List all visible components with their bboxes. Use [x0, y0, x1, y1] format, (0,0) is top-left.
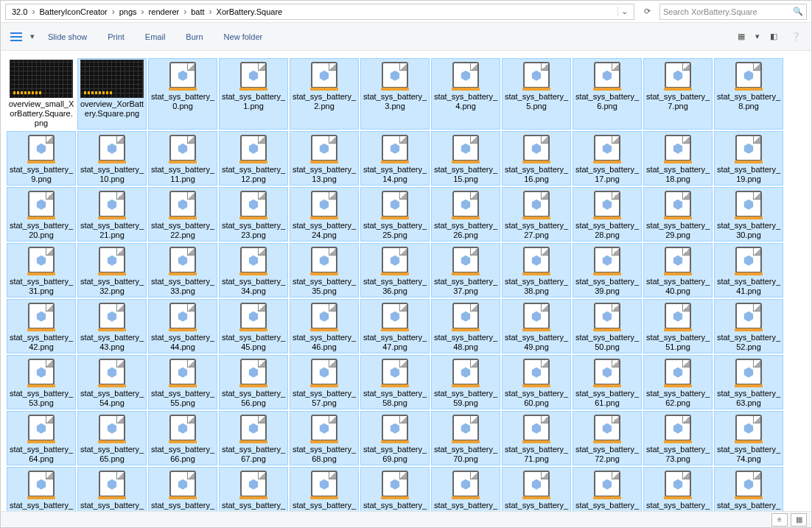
file-item[interactable]: ⬢stat_sys_battery_40.png — [643, 243, 713, 298]
newfolder-button[interactable]: New folder — [217, 29, 270, 44]
breadcrumb[interactable]: 32.0BatteryIconCreatorpngsrendererbattXo… — [5, 4, 634, 20]
breadcrumb-dropdown[interactable]: ⌄ — [617, 7, 631, 16]
file-item[interactable]: ⬢stat_sys_battery_70.png — [431, 411, 500, 465]
burn-button[interactable]: Burn — [178, 29, 210, 44]
email-button[interactable]: Email — [138, 29, 173, 44]
file-item[interactable]: ⬢stat_sys_battery_64.png — [7, 411, 76, 465]
file-item[interactable]: ⬢stat_sys_battery_36.png — [360, 243, 430, 298]
file-item[interactable]: ⬢stat_sys_battery_71.png — [502, 411, 571, 465]
file-item[interactable]: ⬢stat_sys_battery_31.png — [7, 243, 76, 298]
file-item[interactable]: ⬢stat_sys_battery_19.png — [714, 131, 783, 186]
file-item[interactable]: overview_small_XorBattery.Square.png — [7, 58, 76, 130]
file-item[interactable]: ⬢stat_sys_battery_32.png — [77, 243, 147, 298]
file-item[interactable]: ⬢stat_sys_battery_75.png — [7, 467, 76, 511]
file-item[interactable]: ⬢stat_sys_battery_52.png — [714, 299, 783, 353]
file-item[interactable]: ⬢stat_sys_battery_23.png — [219, 187, 288, 242]
file-item[interactable]: ⬢stat_sys_battery_44.png — [148, 299, 217, 353]
file-item[interactable]: ⬢stat_sys_battery_26.png — [431, 187, 500, 242]
file-item[interactable]: ⬢stat_sys_battery_3.png — [360, 58, 430, 130]
file-item[interactable]: ⬢stat_sys_battery_80.png — [360, 467, 430, 511]
file-item[interactable]: ⬢stat_sys_battery_74.png — [714, 411, 783, 465]
breadcrumb-segment[interactable]: BatteryIconCreator — [36, 7, 110, 16]
file-item[interactable]: ⬢stat_sys_battery_69.png — [360, 411, 430, 465]
file-item[interactable]: ⬢stat_sys_battery_54.png — [77, 355, 147, 409]
file-item[interactable]: ⬢stat_sys_battery_57.png — [290, 355, 359, 409]
breadcrumb-segment[interactable]: XorBattery.Square — [214, 7, 286, 16]
file-item[interactable]: ⬢stat_sys_battery_46.png — [290, 299, 359, 353]
file-item[interactable]: ⬢stat_sys_battery_17.png — [573, 131, 642, 186]
file-item[interactable]: ⬢stat_sys_battery_68.png — [290, 411, 359, 465]
file-item[interactable]: ⬢stat_sys_battery_56.png — [219, 355, 288, 409]
view-options-button[interactable]: ▦ — [733, 29, 749, 45]
file-item[interactable]: ⬢stat_sys_battery_62.png — [643, 355, 713, 409]
file-item[interactable]: ⬢stat_sys_battery_34.png — [219, 243, 288, 298]
file-item[interactable]: ⬢stat_sys_battery_25.png — [360, 187, 430, 242]
file-item[interactable]: ⬢stat_sys_battery_78.png — [219, 467, 288, 511]
file-item[interactable]: ⬢stat_sys_battery_60.png — [502, 355, 571, 409]
breadcrumb-segment[interactable]: batt — [188, 7, 207, 16]
file-item[interactable]: ⬢stat_sys_battery_22.png — [148, 187, 217, 242]
file-item[interactable]: ⬢stat_sys_battery_8.png — [714, 58, 783, 130]
file-item[interactable]: ⬢stat_sys_battery_45.png — [219, 299, 288, 353]
file-item[interactable]: ⬢stat_sys_battery_72.png — [573, 411, 642, 465]
breadcrumb-segment[interactable]: 32.0 — [9, 7, 30, 16]
file-item[interactable]: ⬢stat_sys_battery_30.png — [714, 187, 783, 242]
file-item[interactable]: ⬢stat_sys_battery_35.png — [290, 243, 359, 298]
file-item[interactable]: ⬢stat_sys_battery_1.png — [219, 58, 288, 130]
file-item[interactable]: ⬢stat_sys_battery_67.png — [219, 411, 288, 465]
file-item[interactable]: ⬢stat_sys_battery_11.png — [148, 131, 217, 186]
help-button[interactable]: ❔ — [788, 29, 804, 45]
file-item[interactable]: ⬢stat_sys_battery_13.png — [290, 131, 359, 186]
file-item[interactable]: ⬢stat_sys_battery_39.png — [573, 243, 642, 298]
file-item[interactable]: ⬢stat_sys_battery_84.png — [643, 467, 713, 511]
file-item[interactable]: ⬢stat_sys_battery_55.png — [148, 355, 217, 409]
file-item[interactable]: ⬢stat_sys_battery_15.png — [431, 131, 500, 186]
file-item[interactable]: ⬢stat_sys_battery_21.png — [77, 187, 147, 242]
file-item[interactable]: ⬢stat_sys_battery_81.png — [431, 467, 500, 511]
file-item[interactable]: ⬢stat_sys_battery_76.png — [77, 467, 147, 511]
file-item[interactable]: ⬢stat_sys_battery_0.png — [148, 58, 217, 130]
file-item[interactable]: ⬢stat_sys_battery_43.png — [77, 299, 147, 353]
refresh-button[interactable]: ⟳ — [639, 4, 655, 20]
file-item[interactable]: ⬢stat_sys_battery_58.png — [360, 355, 430, 409]
file-item[interactable]: ⬢stat_sys_battery_50.png — [573, 299, 642, 353]
organize-menu-button[interactable] — [8, 29, 24, 45]
file-item[interactable]: ⬢stat_sys_battery_16.png — [502, 131, 571, 186]
file-item[interactable]: ⬢stat_sys_battery_42.png — [7, 299, 76, 353]
preview-pane-button[interactable]: ◧ — [766, 29, 782, 45]
search-input[interactable]: Search XorBattery.Square 🔍 — [659, 4, 807, 20]
file-item[interactable]: ⬢stat_sys_battery_73.png — [643, 411, 713, 465]
file-item[interactable]: ⬢stat_sys_battery_33.png — [148, 243, 217, 298]
file-item[interactable]: ⬢stat_sys_battery_5.png — [502, 58, 571, 130]
file-item[interactable]: ⬢stat_sys_battery_59.png — [431, 355, 500, 409]
file-item[interactable]: ⬢stat_sys_battery_14.png — [360, 131, 430, 186]
file-item[interactable]: overview_XorBattery.Square.png — [77, 58, 147, 130]
details-view-button[interactable]: ≡ — [771, 513, 788, 527]
file-item[interactable]: ⬢stat_sys_battery_6.png — [573, 58, 642, 130]
breadcrumb-segment[interactable]: renderer — [146, 7, 183, 16]
file-item[interactable]: ⬢stat_sys_battery_51.png — [643, 299, 713, 353]
file-item[interactable]: ⬢stat_sys_battery_83.png — [573, 467, 642, 511]
file-item[interactable]: ⬢stat_sys_battery_85.png — [714, 467, 783, 511]
file-item[interactable]: ⬢stat_sys_battery_65.png — [77, 411, 147, 465]
file-item[interactable]: ⬢stat_sys_battery_20.png — [7, 187, 76, 242]
file-item[interactable]: ⬢stat_sys_battery_79.png — [290, 467, 359, 511]
file-item[interactable]: ⬢stat_sys_battery_18.png — [643, 131, 713, 186]
file-item[interactable]: ⬢stat_sys_battery_61.png — [573, 355, 642, 409]
file-item[interactable]: ⬢stat_sys_battery_38.png — [502, 243, 571, 298]
file-item[interactable]: ⬢stat_sys_battery_7.png — [643, 58, 713, 130]
file-item[interactable]: ⬢stat_sys_battery_9.png — [7, 131, 76, 186]
file-item[interactable]: ⬢stat_sys_battery_27.png — [502, 187, 571, 242]
file-item[interactable]: ⬢stat_sys_battery_10.png — [77, 131, 147, 186]
breadcrumb-segment[interactable]: pngs — [116, 7, 140, 16]
file-item[interactable]: ⬢stat_sys_battery_24.png — [290, 187, 359, 242]
file-item[interactable]: ⬢stat_sys_battery_49.png — [502, 299, 571, 353]
print-button[interactable]: Print — [100, 29, 132, 44]
file-item[interactable]: ⬢stat_sys_battery_29.png — [643, 187, 713, 242]
file-item[interactable]: ⬢stat_sys_battery_63.png — [714, 355, 783, 409]
file-item[interactable]: ⬢stat_sys_battery_77.png — [148, 467, 217, 511]
file-item[interactable]: ⬢stat_sys_battery_82.png — [502, 467, 571, 511]
file-item[interactable]: ⬢stat_sys_battery_28.png — [573, 187, 642, 242]
file-item[interactable]: ⬢stat_sys_battery_12.png — [219, 131, 288, 186]
file-item[interactable]: ⬢stat_sys_battery_4.png — [431, 58, 500, 130]
